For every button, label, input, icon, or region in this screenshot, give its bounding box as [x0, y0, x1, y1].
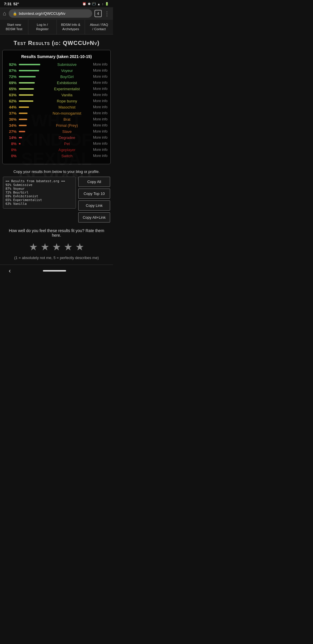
result-pct: 14%: [6, 135, 17, 140]
result-bar: [19, 143, 21, 144]
result-bar: [19, 64, 40, 65]
browser-home-icon[interactable]: ⌂: [3, 10, 6, 17]
result-name[interactable]: Masochist: [45, 105, 89, 109]
star-4[interactable]: ★: [64, 241, 72, 253]
more-info-link[interactable]: More info: [90, 117, 108, 121]
copy-all-button[interactable]: Copy All: [78, 177, 110, 187]
result-name[interactable]: Boy/Girl: [45, 75, 89, 79]
result-name[interactable]: Exhibitionist: [45, 81, 89, 85]
copy-top10-button[interactable]: Copy Top 10: [78, 189, 110, 199]
star-5[interactable]: ★: [75, 241, 84, 253]
result-bar: [19, 137, 22, 138]
result-pct: 44%: [6, 105, 17, 109]
back-button[interactable]: ‹: [9, 267, 11, 275]
more-info-link[interactable]: More info: [90, 81, 108, 85]
copy-link-button[interactable]: Copy Link: [78, 200, 110, 211]
result-name[interactable]: Pet: [45, 142, 89, 146]
gps-icon: ⊕: [88, 2, 90, 6]
result-pct: 87%: [6, 68, 17, 73]
result-bar: [19, 88, 34, 90]
result-row: 34% Primal (Prey) More info: [6, 123, 108, 128]
result-name[interactable]: Vanilla: [45, 93, 89, 97]
result-row: 0% Ageplayer More info: [6, 148, 108, 152]
result-row: 72% Boy/Girl More info: [6, 75, 108, 79]
result-bar: [19, 76, 36, 77]
result-bar-container: [18, 125, 44, 126]
result-bar-container: [18, 88, 44, 90]
more-info-link[interactable]: More info: [90, 68, 108, 73]
result-name[interactable]: Primal (Prey): [45, 123, 89, 128]
more-info-link[interactable]: More info: [90, 148, 108, 152]
result-row: 87% Voyeur More info: [6, 68, 108, 73]
temperature-display: 52°: [13, 2, 19, 6]
results-container: 92% Submissive More info 87% Voyeur More…: [6, 62, 108, 158]
nav-tab-info[interactable]: BDSM Info &Archetypes: [57, 20, 85, 34]
tab-count[interactable]: 4: [94, 10, 102, 17]
result-bar: [19, 131, 25, 132]
more-info-link[interactable]: More info: [90, 111, 108, 115]
home-pill[interactable]: [43, 270, 66, 272]
result-name[interactable]: Switch: [45, 154, 89, 158]
copy-all-link-button[interactable]: Copy All+Link: [78, 212, 110, 222]
result-row: 14% Degradee More info: [6, 135, 108, 140]
result-pct: 8%: [6, 142, 17, 146]
result-pct: 63%: [6, 93, 17, 97]
result-row: 92% Submissive More info: [6, 62, 108, 67]
result-bar: [19, 119, 27, 120]
result-name[interactable]: Brat: [45, 117, 89, 122]
result-bar: [19, 125, 27, 126]
result-name[interactable]: Degradee: [45, 135, 89, 140]
result-name[interactable]: Non-monogamist: [45, 111, 89, 115]
result-name[interactable]: Experimentalist: [45, 87, 89, 91]
result-bar-container: [18, 137, 44, 138]
copy-buttons: Copy All Copy Top 10 Copy Link Copy All+…: [78, 177, 110, 222]
result-name[interactable]: Rope bunny: [45, 99, 89, 103]
result-name[interactable]: Voyeur: [45, 68, 89, 73]
wifi-icon: ▲: [97, 2, 101, 6]
more-info-link[interactable]: More info: [90, 129, 108, 133]
result-row: 69% Exhibitionist More info: [6, 81, 108, 85]
more-info-link[interactable]: More info: [90, 99, 108, 103]
star-1[interactable]: ★: [29, 241, 38, 253]
result-bar-container: [18, 76, 44, 77]
more-info-link[interactable]: More info: [90, 87, 108, 91]
copy-textarea[interactable]: [3, 177, 76, 209]
stars-container[interactable]: ★ ★ ★ ★ ★: [4, 241, 109, 253]
result-name[interactable]: Submissive: [45, 62, 89, 67]
more-info-link[interactable]: More info: [90, 75, 108, 79]
more-info-link[interactable]: More info: [90, 62, 108, 66]
copy-section: Copy your results from below to your blo…: [0, 167, 113, 225]
nav-tab-new-test[interactable]: Start newBDSM Test: [0, 20, 28, 34]
more-info-link[interactable]: More info: [90, 93, 108, 97]
star-2[interactable]: ★: [41, 241, 49, 253]
browser-bar: ⌂ 🔒 bdsmtest.org/r/QWCCUpNv 4 ⋮: [0, 7, 113, 20]
url-bar[interactable]: 🔒 bdsmtest.org/r/QWCCUpNv: [9, 9, 92, 18]
nav-tab-about[interactable]: About / FAQ/ Contact: [85, 20, 113, 34]
result-pct: 92%: [6, 62, 17, 67]
more-info-link[interactable]: More info: [90, 142, 108, 146]
result-row: 8% Pet More info: [6, 142, 108, 146]
rating-question: How well do you feel these results fit y…: [4, 228, 109, 238]
page-title: Test Results (id: QWCCUpNv): [0, 35, 113, 50]
result-pct: 62%: [6, 99, 17, 103]
more-info-link[interactable]: More info: [90, 105, 108, 109]
result-pct: 69%: [6, 81, 17, 85]
copy-area: Copy All Copy Top 10 Copy Link Copy All+…: [3, 177, 110, 222]
result-bar-container: [18, 100, 44, 102]
more-info-link[interactable]: More info: [90, 154, 108, 158]
result-bar-container: [18, 70, 44, 71]
star-3[interactable]: ★: [52, 241, 61, 253]
result-row: 63% Vanilla More info: [6, 93, 108, 97]
result-pct: 37%: [6, 111, 17, 115]
result-bar: [19, 113, 28, 114]
result-pct: 36%: [6, 117, 17, 122]
result-row: 36% Brat More info: [6, 117, 108, 122]
result-name[interactable]: Slave: [45, 129, 89, 134]
result-bar: [19, 100, 33, 102]
nav-tab-login[interactable]: Log In /Register: [28, 20, 57, 34]
menu-dots-icon[interactable]: ⋮: [104, 10, 110, 17]
more-info-link[interactable]: More info: [90, 123, 108, 127]
more-info-link[interactable]: More info: [90, 135, 108, 140]
result-name[interactable]: Ageplayer: [45, 148, 89, 152]
result-row: 44% Masochist More info: [6, 105, 108, 109]
